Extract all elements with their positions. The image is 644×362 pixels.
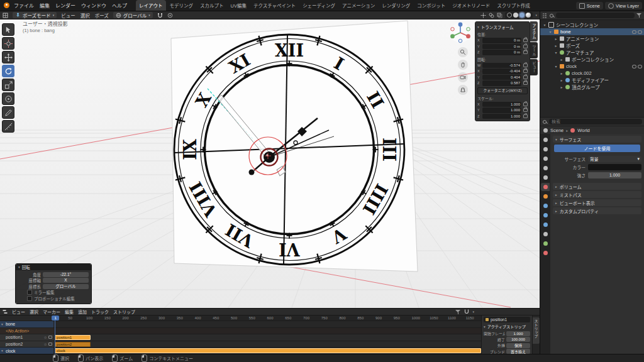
nla-lane-position2[interactable]: position2	[53, 341, 481, 348]
workspace-tab[interactable]: モデリング	[167, 0, 197, 11]
outliner-row-clock.002[interactable]: ▸clock.002	[540, 70, 644, 77]
expand-arrow-icon[interactable]: ▸	[560, 71, 564, 75]
prop-field-強さ[interactable]: 1.000	[588, 172, 641, 178]
transform-panel-header[interactable]: ▾ トランスフォーム	[477, 24, 528, 30]
properties-tab-physics[interactable]	[541, 221, 550, 229]
section-カスタムプロパティ[interactable]: ▸カスタムプロパティ	[553, 207, 641, 214]
expand-arrow-icon[interactable]: ▾	[543, 23, 547, 27]
properties-tab-scene[interactable]	[541, 173, 550, 182]
operator-value-field[interactable]: -22.1°	[43, 272, 89, 277]
scale-tool[interactable]	[2, 79, 14, 91]
properties-tab-object-data[interactable]	[541, 239, 550, 248]
nla-strip-position2[interactable]: position2	[55, 342, 91, 347]
checkbox-icon[interactable]	[27, 296, 32, 301]
nla-editor-icon[interactable]	[3, 309, 8, 314]
properties-tab-tool[interactable]	[541, 136, 550, 144]
shading-solid-button[interactable]	[513, 13, 518, 18]
workspace-tab[interactable]: テクスチャペイント	[250, 0, 299, 11]
transform-value-field[interactable]: 1.000	[482, 102, 521, 107]
xray-toggle-icon[interactable]	[497, 13, 502, 18]
transform-value-field[interactable]: -0.404	[482, 69, 521, 74]
operator-panel-header[interactable]: ▾ 回転	[16, 264, 91, 270]
outliner-row-ポーズ[interactable]: ▸ポーズ	[540, 42, 644, 49]
nla-channel-position2[interactable]: position2☆	[0, 341, 53, 348]
viewport-menu-選択[interactable]: 選択	[80, 12, 90, 19]
strip-prop-field[interactable]: 1.000	[506, 331, 530, 336]
outliner-editor-icon[interactable]	[542, 13, 547, 18]
breadcrumb-world[interactable]: World	[577, 128, 589, 133]
camera-button[interactable]	[458, 72, 468, 82]
navigation-axis-gizmo[interactable]	[449, 21, 472, 44]
lock-icon[interactable]	[523, 102, 528, 106]
nla-menu-編集[interactable]: 編集	[65, 309, 74, 315]
workspace-tab[interactable]: アニメーション	[339, 0, 378, 11]
lock-icon[interactable]	[523, 108, 528, 112]
outliner-row-アニメーション[interactable]: ▸アニメーション	[540, 35, 644, 42]
menu-ファイル[interactable]: ファイル	[14, 2, 34, 9]
blender-logo-icon[interactable]	[4, 3, 9, 8]
snap-magnet-icon[interactable]	[464, 309, 469, 314]
rotation-mode-dropdown[interactable]: クォータニオン(WXYZ)	[477, 87, 528, 94]
menu-ヘルプ[interactable]: ヘルプ	[112, 2, 127, 9]
expand-arrow-icon[interactable]: ▾	[548, 30, 552, 34]
view-layer-selector[interactable]: View Layer	[605, 2, 642, 9]
lock-icon[interactable]	[523, 50, 528, 54]
properties-tab-view-layer[interactable]	[541, 164, 550, 172]
lock-icon[interactable]	[48, 336, 52, 339]
show-gizmo-icon[interactable]	[480, 13, 486, 18]
workspace-tab[interactable]: スクリプト作成	[494, 0, 533, 11]
operator-checkbox-プロポーショナル編集[interactable]: プロポーショナル編集	[18, 295, 89, 302]
outliner-row-頂点グループ[interactable]: ▸頂点グループ	[540, 84, 644, 90]
outliner-search-input[interactable]	[556, 13, 635, 18]
camera-visibility-icon[interactable]	[638, 65, 642, 69]
nla-menu-トラック[interactable]: トラック	[91, 309, 109, 315]
section-ミストパス[interactable]: ▸ミストパス	[553, 191, 641, 198]
zoom-button[interactable]	[458, 47, 468, 57]
expand-arrow-icon[interactable]: ▸	[554, 43, 558, 48]
expand-arrow-icon[interactable]: ▾	[1, 349, 4, 353]
lock-icon[interactable]	[523, 45, 528, 48]
measure-tool[interactable]	[2, 120, 14, 133]
expand-arrow-icon[interactable]: ▾	[554, 64, 558, 69]
properties-tab-world[interactable]	[541, 183, 550, 191]
proportional-editing-icon[interactable]	[167, 13, 173, 18]
prop-field-カラー[interactable]	[588, 164, 641, 170]
lock-icon[interactable]	[523, 63, 528, 67]
use-nodes-button[interactable]: ノードを使用	[554, 145, 640, 152]
nla-channel-bone[interactable]: ▾bone	[0, 321, 53, 328]
properties-tab-output[interactable]	[541, 155, 550, 163]
nla-frame-ruler[interactable]: 5010015020025030035040045050055060065070…	[53, 315, 481, 321]
nla-menu-ビュー[interactable]: ビュー	[12, 309, 25, 315]
transform-orientation-dropdown[interactable]: グローバル ▾	[113, 12, 153, 18]
transform-value-field[interactable]: 0 m	[482, 44, 521, 50]
active-strip-panel-header[interactable]: ▾ アクティブストリップ	[484, 324, 530, 329]
viewport-menu-ポーズ[interactable]: ポーズ	[95, 12, 109, 19]
expand-arrow-icon[interactable]: ▸	[560, 57, 564, 62]
checkbox-icon[interactable]	[27, 290, 32, 295]
current-frame-indicator[interactable]: 1	[52, 315, 59, 321]
rotate-tool[interactable]	[2, 65, 14, 77]
section-ボリューム[interactable]: ▸ボリューム	[553, 183, 641, 190]
workspace-tab[interactable]: レイアウト	[136, 0, 166, 11]
scene-selector[interactable]: Scene	[576, 2, 603, 9]
camera-visibility-icon[interactable]	[638, 30, 642, 34]
strip-name-field[interactable]: position1	[484, 317, 530, 322]
solo-star-icon[interactable]: ☆	[44, 342, 47, 346]
cursor-tool[interactable]	[2, 37, 14, 50]
surface-section-header[interactable]: ▾ サーフェス	[553, 136, 641, 143]
properties-search-input[interactable]	[549, 119, 642, 124]
move-tool[interactable]	[2, 51, 14, 63]
playhead[interactable]	[55, 315, 55, 354]
expand-arrow-icon[interactable]: ▸	[554, 36, 558, 41]
prop-field-サーフェス[interactable]: 背景▾	[588, 156, 641, 162]
properties-tab-material[interactable]	[541, 249, 550, 257]
section-ビューポート表示[interactable]: ▸ビューポート表示	[553, 199, 641, 206]
annotate-tool[interactable]	[2, 106, 14, 119]
nla-menu-マーカー[interactable]: マーカー	[43, 309, 60, 315]
chevron-down-icon[interactable]: ▾	[472, 310, 474, 314]
shading-material-button[interactable]	[519, 13, 525, 18]
shading-rendered-button[interactable]	[526, 13, 531, 18]
snap-magnet-icon[interactable]	[157, 13, 163, 18]
sidebar-tab-strip[interactable]: ストリップ	[533, 317, 540, 344]
filter-icon[interactable]	[636, 13, 642, 18]
